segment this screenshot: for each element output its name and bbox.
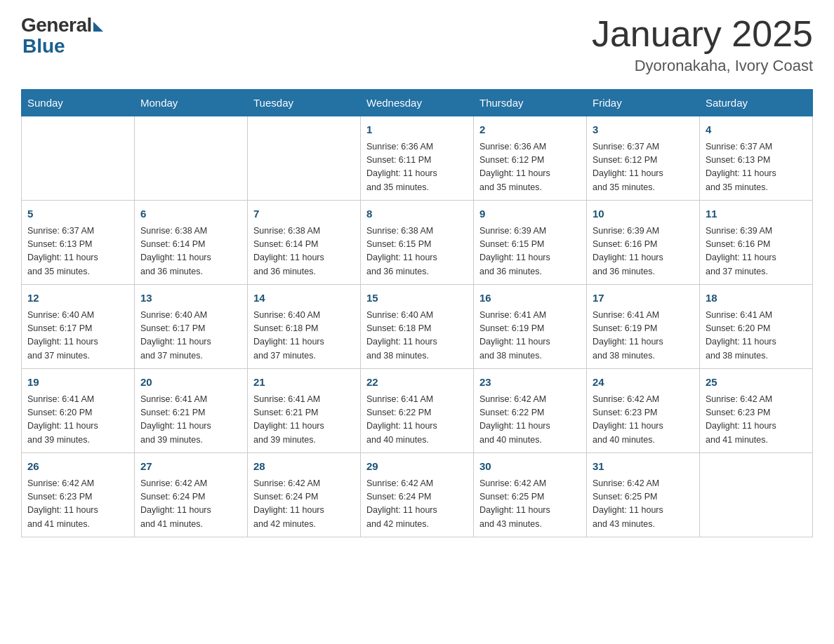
day-number: 9 (479, 206, 581, 222)
day-info: Sunrise: 6:42 AMSunset: 6:24 PMDaylight:… (253, 477, 355, 532)
day-number: 16 (479, 290, 581, 307)
day-info: Sunrise: 6:41 AMSunset: 6:20 PMDaylight:… (706, 309, 807, 363)
day-cell: 25Sunrise: 6:42 AMSunset: 6:23 PMDayligh… (700, 369, 813, 453)
day-cell: 5Sunrise: 6:37 AMSunset: 6:13 PMDaylight… (22, 201, 135, 285)
day-number: 2 (479, 122, 581, 138)
day-cell: 1Sunrise: 6:36 AMSunset: 6:11 PMDaylight… (361, 116, 474, 201)
day-info: Sunrise: 6:40 AMSunset: 6:17 PMDaylight:… (140, 309, 241, 363)
day-info: Sunrise: 6:40 AMSunset: 6:18 PMDaylight:… (253, 309, 355, 363)
day-info: Sunrise: 6:36 AMSunset: 6:12 PMDaylight:… (479, 140, 581, 195)
day-cell: 20Sunrise: 6:41 AMSunset: 6:21 PMDayligh… (135, 369, 248, 453)
day-number: 13 (140, 290, 241, 307)
calendar-title: January 2025 (592, 14, 813, 54)
day-number: 18 (706, 290, 807, 307)
column-header-saturday: Saturday (700, 90, 813, 116)
day-cell: 22Sunrise: 6:41 AMSunset: 6:22 PMDayligh… (361, 369, 474, 453)
week-row-3: 12Sunrise: 6:40 AMSunset: 6:17 PMDayligh… (22, 285, 813, 369)
day-cell: 3Sunrise: 6:37 AMSunset: 6:12 PMDaylight… (587, 116, 700, 201)
day-cell: 4Sunrise: 6:37 AMSunset: 6:13 PMDaylight… (700, 116, 813, 201)
day-info: Sunrise: 6:41 AMSunset: 6:22 PMDaylight:… (366, 393, 468, 448)
day-number: 28 (253, 459, 355, 475)
week-row-4: 19Sunrise: 6:41 AMSunset: 6:20 PMDayligh… (22, 369, 813, 453)
day-number: 27 (140, 459, 241, 475)
day-cell: 12Sunrise: 6:40 AMSunset: 6:17 PMDayligh… (22, 285, 135, 369)
day-info: Sunrise: 6:42 AMSunset: 6:23 PMDaylight:… (706, 393, 807, 448)
day-info: Sunrise: 6:42 AMSunset: 6:23 PMDaylight:… (27, 477, 128, 532)
logo: General Blue (21, 14, 103, 58)
week-row-5: 26Sunrise: 6:42 AMSunset: 6:23 PMDayligh… (22, 453, 813, 537)
day-cell: 27Sunrise: 6:42 AMSunset: 6:24 PMDayligh… (135, 453, 248, 537)
day-info: Sunrise: 6:42 AMSunset: 6:24 PMDaylight:… (140, 477, 241, 532)
day-cell: 21Sunrise: 6:41 AMSunset: 6:21 PMDayligh… (248, 369, 361, 453)
day-cell: 30Sunrise: 6:42 AMSunset: 6:25 PMDayligh… (474, 453, 587, 537)
day-number: 10 (593, 206, 694, 222)
day-info: Sunrise: 6:42 AMSunset: 6:23 PMDaylight:… (593, 393, 694, 448)
day-number: 24 (593, 375, 694, 391)
day-number: 29 (366, 459, 468, 475)
day-cell: 6Sunrise: 6:38 AMSunset: 6:14 PMDaylight… (135, 201, 248, 285)
day-info: Sunrise: 6:41 AMSunset: 6:19 PMDaylight:… (479, 309, 581, 363)
day-cell (700, 453, 813, 537)
day-info: Sunrise: 6:38 AMSunset: 6:14 PMDaylight:… (253, 224, 355, 279)
day-info: Sunrise: 6:40 AMSunset: 6:17 PMDaylight:… (27, 309, 128, 363)
day-cell: 8Sunrise: 6:38 AMSunset: 6:15 PMDaylight… (361, 201, 474, 285)
day-info: Sunrise: 6:37 AMSunset: 6:12 PMDaylight:… (593, 140, 694, 195)
day-info: Sunrise: 6:37 AMSunset: 6:13 PMDaylight:… (27, 224, 128, 279)
day-cell: 18Sunrise: 6:41 AMSunset: 6:20 PMDayligh… (700, 285, 813, 369)
day-number: 31 (593, 459, 694, 475)
day-cell: 9Sunrise: 6:39 AMSunset: 6:15 PMDaylight… (474, 201, 587, 285)
day-number: 5 (27, 206, 128, 222)
day-info: Sunrise: 6:38 AMSunset: 6:14 PMDaylight:… (140, 224, 241, 279)
day-cell (248, 116, 361, 201)
day-cell: 14Sunrise: 6:40 AMSunset: 6:18 PMDayligh… (248, 285, 361, 369)
column-header-thursday: Thursday (474, 90, 587, 116)
calendar-subtitle: Dyoronakaha, Ivory Coast (592, 57, 813, 75)
day-info: Sunrise: 6:41 AMSunset: 6:21 PMDaylight:… (253, 393, 355, 448)
day-number: 17 (593, 290, 694, 307)
day-cell (22, 116, 135, 201)
page-header: General Blue January 2025 Dyoronakaha, I… (21, 14, 813, 75)
logo-arrow-icon (93, 22, 103, 32)
week-row-2: 5Sunrise: 6:37 AMSunset: 6:13 PMDaylight… (22, 201, 813, 285)
day-number: 3 (593, 122, 694, 138)
day-info: Sunrise: 6:36 AMSunset: 6:11 PMDaylight:… (366, 140, 468, 195)
day-number: 4 (706, 122, 807, 138)
day-info: Sunrise: 6:39 AMSunset: 6:15 PMDaylight:… (479, 224, 581, 279)
day-number: 12 (27, 290, 128, 307)
day-cell: 2Sunrise: 6:36 AMSunset: 6:12 PMDaylight… (474, 116, 587, 201)
day-number: 1 (366, 122, 468, 138)
day-number: 7 (253, 206, 355, 222)
logo-blue-text: Blue (22, 35, 103, 58)
day-cell: 29Sunrise: 6:42 AMSunset: 6:24 PMDayligh… (361, 453, 474, 537)
day-number: 11 (706, 206, 807, 222)
day-cell: 15Sunrise: 6:40 AMSunset: 6:18 PMDayligh… (361, 285, 474, 369)
column-header-monday: Monday (135, 90, 248, 116)
day-cell: 23Sunrise: 6:42 AMSunset: 6:22 PMDayligh… (474, 369, 587, 453)
day-number: 14 (253, 290, 355, 307)
day-number: 21 (253, 375, 355, 391)
day-number: 19 (27, 375, 128, 391)
day-cell: 19Sunrise: 6:41 AMSunset: 6:20 PMDayligh… (22, 369, 135, 453)
day-info: Sunrise: 6:42 AMSunset: 6:25 PMDaylight:… (593, 477, 694, 532)
day-info: Sunrise: 6:38 AMSunset: 6:15 PMDaylight:… (366, 224, 468, 279)
day-cell: 26Sunrise: 6:42 AMSunset: 6:23 PMDayligh… (22, 453, 135, 537)
day-info: Sunrise: 6:40 AMSunset: 6:18 PMDaylight:… (366, 309, 468, 363)
day-info: Sunrise: 6:42 AMSunset: 6:22 PMDaylight:… (479, 393, 581, 448)
day-number: 8 (366, 206, 468, 222)
day-cell: 11Sunrise: 6:39 AMSunset: 6:16 PMDayligh… (700, 201, 813, 285)
column-header-wednesday: Wednesday (361, 90, 474, 116)
day-number: 25 (706, 375, 807, 391)
day-cell: 31Sunrise: 6:42 AMSunset: 6:25 PMDayligh… (587, 453, 700, 537)
day-number: 22 (366, 375, 468, 391)
logo-general-text: General (21, 14, 92, 36)
day-info: Sunrise: 6:39 AMSunset: 6:16 PMDaylight:… (706, 224, 807, 279)
day-cell (135, 116, 248, 201)
day-cell: 16Sunrise: 6:41 AMSunset: 6:19 PMDayligh… (474, 285, 587, 369)
day-number: 30 (479, 459, 581, 475)
day-number: 15 (366, 290, 468, 307)
column-header-sunday: Sunday (22, 90, 135, 116)
day-cell: 7Sunrise: 6:38 AMSunset: 6:14 PMDaylight… (248, 201, 361, 285)
day-info: Sunrise: 6:42 AMSunset: 6:25 PMDaylight:… (479, 477, 581, 532)
column-header-tuesday: Tuesday (248, 90, 361, 116)
header-row: SundayMondayTuesdayWednesdayThursdayFrid… (22, 90, 813, 116)
